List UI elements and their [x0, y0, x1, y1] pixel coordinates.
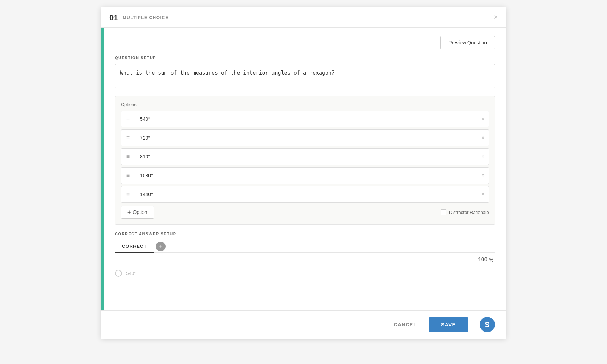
partially-visible-option: 540° [115, 266, 495, 280]
tabs-row: CORRECT + [115, 240, 495, 253]
close-button[interactable]: × [493, 14, 498, 21]
drag-handle-icon[interactable]: ≡ [121, 111, 135, 127]
option-text-input[interactable] [135, 112, 477, 126]
drag-handle-icon[interactable]: ≡ [121, 186, 135, 202]
modal-header: 01 MULTIPLE CHOICE × [101, 7, 506, 28]
drag-handle-icon[interactable]: ≡ [121, 168, 135, 184]
options-label: Options [121, 102, 489, 107]
cancel-button[interactable]: CANCEL [388, 318, 423, 331]
tab-add-button[interactable]: + [156, 242, 166, 251]
option-remove-button[interactable]: × [477, 111, 489, 127]
option-remove-button[interactable]: × [477, 130, 489, 146]
question-text-input[interactable]: What is the sum of the measures of the i… [115, 64, 495, 88]
option-remove-button[interactable]: × [477, 186, 489, 202]
correct-answer-label: CORRECT ANSWER SETUP [115, 232, 495, 236]
option-text-input[interactable] [135, 169, 477, 183]
percent-symbol: % [489, 257, 493, 263]
percent-row: 100 % [115, 253, 495, 264]
add-option-button[interactable]: + Option [121, 206, 154, 219]
question-type: MULTIPLE CHOICE [123, 15, 169, 20]
correct-answer-section: CORRECT ANSWER SETUP CORRECT + 100 % 540… [115, 232, 495, 280]
radio-input[interactable] [115, 270, 122, 277]
avatar: S [480, 317, 495, 332]
distractor-row: Distractor Rationale [441, 209, 489, 215]
option-text-input[interactable] [135, 187, 477, 201]
option-row: ≡× [121, 129, 489, 146]
option-value-partial: 540° [126, 270, 136, 276]
content-area: Preview Question QUESTION SETUP What is … [104, 28, 506, 310]
option-row: ≡× [121, 186, 489, 203]
save-button[interactable]: SAVE [429, 317, 468, 332]
add-option-label: Option [133, 209, 147, 215]
drag-handle-icon[interactable]: ≡ [121, 130, 135, 146]
preview-btn-row: Preview Question [115, 36, 495, 49]
options-list: ≡×≡×≡×≡×≡× [121, 111, 489, 203]
distractor-label: Distractor Rationale [449, 210, 489, 215]
options-footer: + Option Distractor Rationale [121, 206, 489, 219]
option-text-input[interactable] [135, 150, 477, 164]
question-setup-label: QUESTION SETUP [115, 55, 495, 60]
option-remove-button[interactable]: × [477, 149, 489, 165]
accent-bar [101, 28, 104, 310]
option-text-input[interactable] [135, 131, 477, 145]
preview-question-button[interactable]: Preview Question [440, 36, 495, 49]
option-row: ≡× [121, 111, 489, 127]
option-row: ≡× [121, 167, 489, 184]
option-remove-button[interactable]: × [477, 168, 489, 184]
percent-value: 100 [478, 257, 488, 263]
distractor-checkbox[interactable] [441, 209, 446, 215]
options-section: Options ≡×≡×≡×≡×≡× + Option Distractor R… [115, 96, 495, 225]
plus-icon: + [127, 209, 131, 215]
question-number: 01 [109, 13, 118, 22]
tab-correct[interactable]: CORRECT [115, 240, 154, 252]
drag-handle-icon[interactable]: ≡ [121, 149, 135, 165]
option-row: ≡× [121, 148, 489, 165]
modal-footer: CANCEL SAVE S [101, 310, 506, 339]
